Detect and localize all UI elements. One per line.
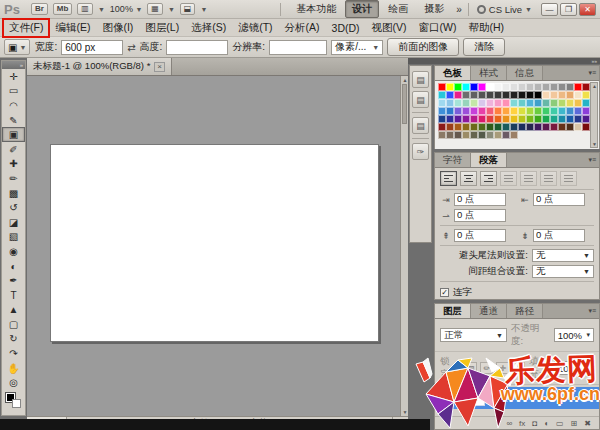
- menu-item[interactable]: 视图(V): [366, 19, 413, 37]
- canvas-artboard[interactable]: [50, 144, 379, 342]
- color-swatch[interactable]: [534, 91, 542, 99]
- menu-item[interactable]: 3D(D): [326, 20, 366, 36]
- workspace-overflow-button[interactable]: »: [456, 4, 460, 15]
- marquee-tool[interactable]: ▭: [2, 84, 25, 99]
- color-swatch[interactable]: [446, 83, 454, 91]
- color-swatch[interactable]: [470, 99, 478, 107]
- color-swatch[interactable]: [446, 123, 454, 131]
- tab-close-icon[interactable]: ×: [154, 62, 165, 72]
- document-tab[interactable]: 未标题-1 @ 100%(RGB/8) * ×: [27, 58, 172, 75]
- color-swatch[interactable]: [462, 83, 470, 91]
- color-swatch[interactable]: [566, 115, 574, 123]
- path-selection-tool[interactable]: ▲: [2, 303, 25, 318]
- right-indent-input[interactable]: [533, 193, 585, 206]
- color-swatch[interactable]: [502, 91, 510, 99]
- menu-item[interactable]: 图像(I): [96, 19, 139, 37]
- color-swatch[interactable]: [438, 115, 446, 123]
- color-swatch[interactable]: [438, 99, 446, 107]
- color-swatch[interactable]: [470, 115, 478, 123]
- color-swatch[interactable]: [542, 115, 550, 123]
- color-swatch[interactable]: [454, 83, 462, 91]
- scroll-up-icon[interactable]: ▲: [592, 83, 597, 89]
- workspace-button[interactable]: 绘画: [381, 0, 415, 18]
- gradient-tool[interactable]: ▧: [2, 230, 25, 245]
- color-swatch[interactable]: [558, 115, 566, 123]
- color-swatch[interactable]: [574, 91, 582, 99]
- color-swatch[interactable]: [462, 99, 470, 107]
- color-swatch[interactable]: [566, 99, 574, 107]
- panel-menu-icon[interactable]: ▾≡: [585, 69, 599, 77]
- 3d-orbit-tool[interactable]: ↷: [2, 346, 25, 361]
- color-swatch[interactable]: [446, 131, 454, 139]
- crop-tool-preset[interactable]: ▣▼: [4, 39, 30, 55]
- color-swatch[interactable]: [558, 99, 566, 107]
- color-swatch[interactable]: [518, 115, 526, 123]
- color-swatch[interactable]: [446, 115, 454, 123]
- align-center-button[interactable]: [460, 171, 477, 186]
- toolbox-collapse-header[interactable]: »: [2, 61, 25, 69]
- color-swatch[interactable]: [526, 91, 534, 99]
- color-swatch[interactable]: [558, 107, 566, 115]
- color-swatch[interactable]: [582, 91, 590, 99]
- zoom-tool[interactable]: ◎: [2, 375, 25, 390]
- color-swatch[interactable]: [502, 131, 510, 139]
- color-swatch[interactable]: [510, 107, 518, 115]
- close-button[interactable]: ✕: [579, 3, 596, 16]
- color-swatch[interactable]: [446, 99, 454, 107]
- menu-item[interactable]: 选择(S): [185, 19, 232, 37]
- color-swatch[interactable]: [574, 99, 582, 107]
- color-swatch[interactable]: [470, 131, 478, 139]
- menu-item[interactable]: 编辑(E): [49, 19, 96, 37]
- color-swatch[interactable]: [470, 107, 478, 115]
- color-swatch[interactable]: [574, 123, 582, 131]
- mini-bridge-button[interactable]: Mb: [53, 3, 73, 15]
- color-swatch[interactable]: [582, 107, 590, 115]
- color-swatch[interactable]: [518, 123, 526, 131]
- menu-item[interactable]: 窗口(W): [413, 19, 463, 37]
- color-swatch[interactable]: [478, 123, 486, 131]
- color-swatch[interactable]: [518, 107, 526, 115]
- color-swatch[interactable]: [550, 99, 558, 107]
- color-swatch[interactable]: [550, 115, 558, 123]
- lasso-tool[interactable]: ◠: [2, 98, 25, 113]
- dock-panel-icon[interactable]: ▤: [412, 91, 429, 108]
- color-swatch[interactable]: [478, 107, 486, 115]
- color-swatch[interactable]: [534, 99, 542, 107]
- healing-brush-tool[interactable]: ✚: [2, 157, 25, 172]
- color-swatch[interactable]: [446, 107, 454, 115]
- color-swatch[interactable]: [478, 83, 486, 91]
- view-extras-button[interactable]: ▥: [77, 3, 93, 15]
- color-swatch[interactable]: [582, 115, 590, 123]
- panel-menu-icon[interactable]: ▾≡: [585, 307, 599, 315]
- dock-panel-icon[interactable]: ▤: [412, 71, 429, 88]
- dock-panel-icon[interactable]: ▤: [412, 117, 429, 134]
- minimize-button[interactable]: —: [541, 3, 558, 16]
- color-swatch[interactable]: [438, 91, 446, 99]
- color-swatch[interactable]: [494, 123, 502, 131]
- color-swatch[interactable]: [510, 91, 518, 99]
- align-j2-button[interactable]: [520, 171, 537, 186]
- color-swatch[interactable]: [542, 123, 550, 131]
- tab-图层[interactable]: 图层: [435, 304, 471, 318]
- canvas-area[interactable]: [27, 76, 400, 416]
- color-swatch[interactable]: [582, 83, 590, 91]
- restore-button[interactable]: ❐: [560, 3, 577, 16]
- color-swatch[interactable]: [550, 107, 558, 115]
- color-swatch[interactable]: [550, 83, 558, 91]
- tab-通道[interactable]: 通道: [471, 304, 507, 318]
- dock-collapse-header[interactable]: »»: [408, 58, 600, 64]
- color-swatch[interactable]: [462, 123, 470, 131]
- color-swatch[interactable]: [542, 83, 550, 91]
- color-swatch[interactable]: [478, 131, 486, 139]
- color-swatch[interactable]: [494, 99, 502, 107]
- hyphenate-checkbox[interactable]: ✓: [440, 288, 449, 297]
- color-swatch[interactable]: [534, 83, 542, 91]
- tab-段落[interactable]: 段落: [471, 153, 507, 167]
- color-swatch[interactable]: [518, 91, 526, 99]
- color-swatch[interactable]: [486, 91, 494, 99]
- type-tool[interactable]: T: [2, 288, 25, 303]
- color-swatch[interactable]: [470, 83, 478, 91]
- color-swatch[interactable]: [438, 131, 446, 139]
- resolution-unit-dropdown[interactable]: 像素/...▼: [331, 40, 383, 55]
- first-line-indent-input[interactable]: [454, 209, 506, 222]
